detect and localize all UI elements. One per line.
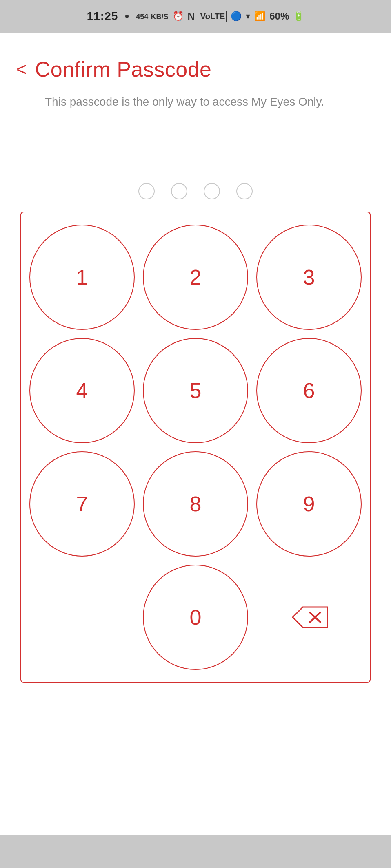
key-2[interactable]: 2 (143, 225, 248, 330)
key-3[interactable]: 3 (256, 225, 362, 330)
battery-text: 60% (269, 11, 289, 22)
header: < Confirm Passcode (16, 57, 375, 82)
key-7[interactable]: 7 (29, 451, 135, 557)
bluetooth-icon: 🔵 (231, 11, 242, 22)
key-5[interactable]: 5 (143, 338, 248, 443)
mobile-signal-icon: 📶 (254, 11, 265, 22)
volte-icon: VoLTE (199, 11, 227, 22)
key-6[interactable]: 6 (256, 338, 362, 443)
data-speed-icon: 454 KB/S (136, 11, 168, 22)
status-bar: 11:25 454 KB/S ⏰ N VoLTE 🔵 ▾ 📶 60% 🔋 (0, 0, 391, 33)
key-0[interactable]: 0 (143, 565, 248, 670)
clock-icon: ⏰ (173, 11, 184, 22)
keypad-grid: 1 2 3 4 5 6 7 8 9 0 (29, 225, 362, 670)
main-content: < Confirm Passcode This passcode is the … (0, 33, 391, 835)
back-button[interactable]: < (16, 60, 27, 78)
key-4[interactable]: 4 (29, 338, 135, 443)
status-time: 11:25 (87, 10, 118, 23)
key-empty (29, 565, 135, 670)
bottom-bar (0, 835, 391, 868)
signal-icon: ▾ (246, 11, 250, 22)
key-9[interactable]: 9 (256, 451, 362, 557)
passcode-dot-1 (138, 183, 155, 199)
passcode-dots (16, 183, 375, 199)
nfc-icon: N (188, 11, 195, 22)
delete-icon (289, 605, 329, 629)
key-8[interactable]: 8 (143, 451, 248, 557)
passcode-dot-4 (236, 183, 253, 199)
status-icons: 454 KB/S ⏰ N VoLTE 🔵 ▾ 📶 60% 🔋 (136, 11, 304, 22)
passcode-dot-2 (171, 183, 187, 199)
status-dot (125, 15, 129, 18)
page-title: Confirm Passcode (35, 57, 212, 82)
subtitle: This passcode is the only way to access … (45, 94, 375, 110)
passcode-dot-3 (204, 183, 220, 199)
key-1[interactable]: 1 (29, 225, 135, 330)
keypad-container: 1 2 3 4 5 6 7 8 9 0 (20, 212, 371, 683)
key-delete-button[interactable] (256, 565, 362, 670)
battery-icon: 🔋 (293, 11, 304, 22)
